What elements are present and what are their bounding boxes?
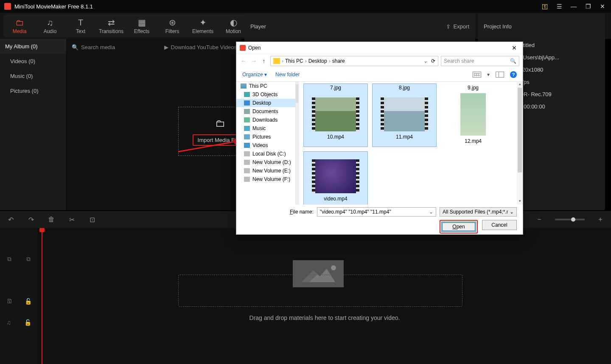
menu-icon[interactable]: ☰ bbox=[555, 2, 563, 11]
tab-filters[interactable]: ⊛Filters bbox=[157, 15, 188, 36]
help-icon[interactable]: ? bbox=[510, 71, 517, 78]
folder-icon bbox=[244, 143, 250, 148]
tree-item[interactable]: Videos bbox=[236, 141, 295, 150]
key-icon[interactable]: ⚿ bbox=[541, 2, 549, 11]
tree-item[interactable]: Documents bbox=[236, 107, 295, 116]
refresh-button[interactable]: ⟳ bbox=[431, 58, 435, 64]
filename-input[interactable]: "video.mp4" "10.mp4" "11.mp4" ⌄ bbox=[317, 207, 436, 217]
lock-icon: 🔓 bbox=[25, 298, 32, 305]
dialog-search-input[interactable]: Search share 🔍 bbox=[441, 56, 519, 66]
tab-text[interactable]: TText bbox=[65, 15, 96, 36]
tab-transitions[interactable]: ⇄Transitions bbox=[96, 15, 126, 36]
file-thumbnail bbox=[460, 93, 486, 136]
cancel-button[interactable]: Cancel bbox=[482, 220, 517, 230]
folder-icon: 🗀 bbox=[15, 18, 24, 28]
split-button[interactable]: ✂ bbox=[67, 216, 76, 224]
filter-value: All Supported Files (*.mp4;*.mo bbox=[443, 209, 508, 215]
open-dialog: Open ✕ ← → ↑ › This PC › Desktop › share… bbox=[236, 42, 523, 235]
tree-item[interactable]: New Volume (F:) bbox=[236, 175, 295, 183]
delete-button[interactable]: 🗑 bbox=[47, 216, 56, 223]
chevron-down-icon[interactable]: ⌄ bbox=[429, 209, 433, 215]
redo-button[interactable]: ↷ bbox=[26, 216, 36, 224]
nav-back-button[interactable]: ← bbox=[240, 58, 247, 64]
new-folder-button[interactable]: New folder bbox=[275, 72, 300, 78]
track-headers: ⧉⧉ 🖻🔓 ♫🔓 bbox=[0, 228, 38, 364]
export-button[interactable]: ⇪ Export bbox=[446, 23, 469, 30]
album-item[interactable]: Pictures (0) bbox=[0, 83, 66, 98]
file-item[interactable]: video.mp4 bbox=[303, 151, 368, 205]
tree-item[interactable]: Desktop bbox=[236, 99, 295, 107]
tree-item[interactable]: New Volume (E:) bbox=[236, 167, 295, 175]
file-list[interactable]: 7.jpg10.mp48.jpg11.mp49.jpg12.mp4video.m… bbox=[299, 82, 523, 205]
album-item[interactable]: Videos (0) bbox=[0, 54, 66, 69]
search-media-field[interactable]: 🔍 Search media bbox=[72, 44, 160, 50]
search-placeholder: Search share bbox=[444, 58, 474, 64]
track-header-audio[interactable]: ♫🔓 bbox=[0, 312, 38, 333]
close-button[interactable]: ✕ bbox=[598, 2, 607, 11]
preview-pane-button[interactable] bbox=[496, 72, 504, 78]
media-panel: 🔍 Search media ▶ Download YouTube Videos… bbox=[66, 39, 242, 210]
breadcrumb[interactable]: › This PC › Desktop › share ⌄ ⟳ bbox=[270, 56, 438, 66]
splitter-handle[interactable] bbox=[296, 84, 298, 103]
dialog-titlebar[interactable]: Open ✕ bbox=[236, 42, 523, 54]
maximize-button[interactable]: ❐ bbox=[584, 2, 592, 11]
open-button[interactable]: Open bbox=[441, 222, 476, 232]
file-item[interactable]: 9.jpg12.mp4 bbox=[441, 83, 505, 147]
file-type-filter[interactable]: All Supported Files (*.mp4;*.mo ⌄ bbox=[440, 207, 517, 217]
tab-audio[interactable]: ♫Audio bbox=[35, 15, 65, 36]
track-header-video[interactable] bbox=[0, 270, 38, 291]
app-icon bbox=[4, 3, 11, 10]
timeline-dropzone[interactable] bbox=[178, 275, 462, 307]
tree-item[interactable]: Pictures bbox=[236, 133, 295, 141]
nav-up-button[interactable]: ↑ bbox=[260, 58, 268, 64]
audio-icon: ♫ bbox=[6, 319, 11, 326]
player-title: Player bbox=[250, 23, 266, 30]
file-item[interactable]: 8.jpg11.mp4 bbox=[372, 83, 437, 147]
album-item[interactable]: Music (0) bbox=[0, 69, 66, 83]
album-header[interactable]: My Album (0) bbox=[0, 39, 66, 54]
zoom-slider[interactable] bbox=[555, 219, 585, 220]
timeline-drop-hint: Drag and drop materials here to start cr… bbox=[38, 314, 611, 321]
tab-media[interactable]: 🗀Media bbox=[4, 15, 35, 36]
folder-tree[interactable]: This PC3D ObjectsDesktopDocumentsDownloa… bbox=[236, 82, 296, 205]
tree-item[interactable]: Music bbox=[236, 124, 295, 133]
crumb-1[interactable]: Desktop bbox=[308, 58, 327, 64]
overlay2-icon: ⧉ bbox=[26, 256, 31, 263]
minimize-button[interactable]: — bbox=[569, 2, 578, 11]
download-youtube-button[interactable]: ▶ Download YouTube Videos bbox=[164, 44, 237, 50]
folder-icon bbox=[244, 134, 250, 139]
dialog-close-button[interactable]: ✕ bbox=[509, 44, 519, 51]
zoom-in-button[interactable]: + bbox=[596, 216, 605, 223]
chevron-down-icon[interactable]: ⌄ bbox=[510, 209, 514, 215]
view-mode-button[interactable] bbox=[473, 72, 481, 78]
track-header-overlay[interactable]: ⧉⧉ bbox=[0, 248, 38, 270]
nav-forward-button[interactable]: → bbox=[250, 58, 258, 64]
tree-item[interactable]: 3D Objects bbox=[236, 90, 295, 99]
chevron-down-icon[interactable]: ⌄ bbox=[423, 58, 428, 64]
filename-value: "video.mp4" "10.mp4" "11.mp4" bbox=[320, 209, 391, 215]
tree-item[interactable]: This PC bbox=[236, 82, 295, 90]
folder-icon bbox=[244, 109, 250, 114]
folder-icon bbox=[244, 117, 250, 122]
undo-button[interactable]: ↶ bbox=[6, 216, 15, 224]
organize-menu[interactable]: Organize ▾ bbox=[242, 72, 267, 78]
zoom-out-button[interactable]: − bbox=[535, 216, 544, 223]
crumb-root[interactable]: This PC bbox=[285, 58, 303, 64]
tree-item[interactable]: New Volume (D:) bbox=[236, 158, 295, 167]
crumb-2[interactable]: share bbox=[332, 58, 345, 64]
project-info-title: Project Info bbox=[484, 23, 512, 30]
chevron-down-icon[interactable]: ▾ bbox=[487, 72, 490, 78]
tab-elements[interactable]: ✦Elements bbox=[188, 15, 218, 36]
playhead[interactable] bbox=[42, 228, 42, 364]
tab-effects[interactable]: ▦Effects bbox=[126, 15, 157, 36]
scrollbar[interactable]: ▴▾ bbox=[517, 82, 523, 205]
app-title: MiniTool MovieMaker Free 8.1.1 bbox=[14, 3, 93, 10]
folder-icon bbox=[244, 160, 250, 165]
file-item[interactable]: 7.jpg10.mp4 bbox=[303, 83, 368, 147]
tree-item[interactable]: Downloads bbox=[236, 116, 295, 124]
crop-button[interactable]: ⊡ bbox=[87, 216, 97, 224]
tree-item[interactable]: Local Disk (C:) bbox=[236, 150, 295, 158]
track-header-image[interactable]: 🖻🔓 bbox=[0, 291, 38, 312]
file-thumbnail bbox=[312, 97, 359, 131]
folder-icon bbox=[273, 58, 280, 64]
